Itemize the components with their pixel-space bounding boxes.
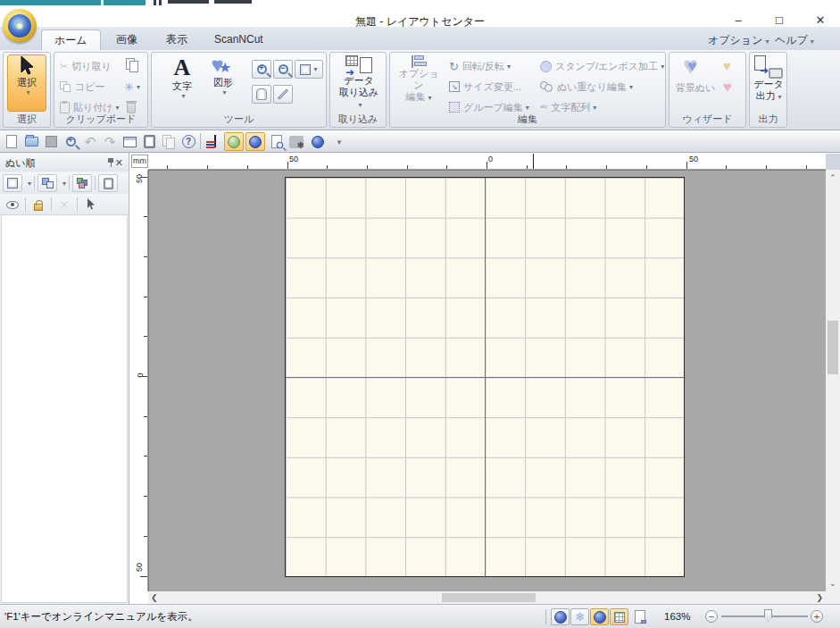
tan-heart-button[interactable]: ♥: [723, 56, 731, 74]
panel-close-button[interactable]: ✕: [115, 154, 123, 172]
color-squares-icon: [77, 178, 88, 188]
text-tool-button[interactable]: A 文字 ▾: [162, 54, 202, 112]
machine-gear-icon: [289, 136, 304, 148]
change-order-caret[interactable]: ▾: [62, 180, 66, 188]
application-menu-button[interactable]: [3, 9, 37, 43]
arrange-arrows-icon: ✳: [124, 80, 134, 94]
overlap-edit-button[interactable]: ぬい重なり編集▾: [540, 78, 633, 96]
horizontal-scroll-thumb[interactable]: [442, 593, 536, 602]
lock-button[interactable]: [29, 196, 48, 214]
overflow-caret-icon: ▾: [337, 138, 342, 147]
zoom-out-button[interactable]: −: [273, 60, 293, 79]
zoom-out-stepper[interactable]: −: [705, 610, 718, 623]
fit-selection-caret[interactable]: ▾: [28, 180, 31, 188]
open-button[interactable]: [21, 132, 41, 151]
change-order-button[interactable]: [37, 174, 57, 192]
fit-selection-button[interactable]: [3, 174, 22, 192]
pan-tool-button[interactable]: [252, 85, 271, 104]
cut-button[interactable]: ✂切り取り: [60, 57, 112, 75]
zoom-in-icon: +: [257, 64, 267, 74]
vertical-scrollbar[interactable]: ⌃ ⌄: [826, 170, 840, 591]
arrange-button[interactable]: ✳▾: [124, 78, 140, 96]
frame-mode-button[interactable]: [98, 174, 118, 192]
toolbar-overflow-button[interactable]: ▾: [329, 132, 349, 151]
ruler-pen-icon: [278, 88, 288, 99]
help-button[interactable]: ?: [179, 132, 198, 151]
dropdown-caret-icon: ▾: [181, 92, 185, 100]
shapes-tool-button[interactable]: ♥★ 図形 ▾: [204, 54, 243, 112]
scroll-left-icon[interactable]: ❮: [151, 591, 158, 604]
h-ruler-label: 50: [689, 155, 698, 163]
rotate-flip-button[interactable]: ↻回転/反転▾: [449, 57, 511, 75]
vertical-scroll-thumb[interactable]: [828, 321, 838, 374]
status-stitch-view-button[interactable]: ❄: [570, 608, 589, 625]
zoom-in-stepper[interactable]: +: [811, 610, 823, 623]
status-solid-view-button[interactable]: [551, 608, 570, 625]
color-sort-button[interactable]: [72, 174, 92, 192]
zoom-level: 163%: [664, 611, 690, 622]
undo-button[interactable]: ↶: [80, 132, 100, 151]
tab-image[interactable]: 画像: [104, 29, 150, 50]
property-window-button[interactable]: [120, 132, 139, 151]
design-settings-button[interactable]: [287, 132, 306, 151]
delete-item-button[interactable]: ✕: [54, 196, 74, 214]
ruler-unit-box[interactable]: mm: [131, 155, 148, 168]
select-item-button[interactable]: [80, 196, 100, 214]
background-window-fragment: [168, 0, 209, 4]
grid-icon: [614, 612, 625, 623]
background-sew-button[interactable]: ♥♥ 背景ぬい: [674, 54, 717, 112]
stamp-emboss-button[interactable]: スタンプ/エンボス加工▾: [540, 57, 664, 75]
design-canvas[interactable]: [148, 170, 826, 591]
status-grid-toggle-button[interactable]: [610, 608, 628, 625]
duplicate-icon: [126, 58, 138, 72]
scroll-right-icon[interactable]: ❯: [816, 591, 823, 604]
scroll-up-icon[interactable]: ⌃: [829, 172, 836, 184]
zoom-fit-button[interactable]: ▾: [295, 60, 323, 79]
resize-button[interactable]: ↘サイズ変更...: [449, 78, 521, 96]
redo-button[interactable]: ↷: [100, 132, 120, 151]
paste-icon: [60, 102, 70, 113]
save-button[interactable]: [41, 132, 61, 151]
pink-heart-button[interactable]: ♥: [723, 78, 732, 96]
design-page[interactable]: [285, 177, 685, 577]
new-document-button[interactable]: [2, 132, 21, 151]
sphere-view-button[interactable]: [308, 132, 328, 151]
stitch-view-button[interactable]: [203, 132, 222, 151]
horizontal-scrollbar[interactable]: ❮ ❯: [148, 591, 826, 604]
realistic-view-button[interactable]: [224, 132, 244, 151]
ribbon-group-tools: A 文字 ▾ ♥★ 図形 ▾ + − ▾: [151, 52, 327, 128]
status-realistic-view-button[interactable]: [590, 608, 609, 625]
measure-tool-button[interactable]: [273, 85, 293, 104]
group-label-edit: 編集: [390, 113, 665, 126]
zoom-button[interactable]: +: [61, 132, 80, 151]
hoop-view-button[interactable]: [139, 132, 159, 151]
duplicate-button[interactable]: [126, 56, 138, 74]
panel-title: ぬい順: [5, 157, 36, 168]
import-data-button[interactable]: ➜ データ 取り込み▾: [337, 54, 380, 112]
zoom-slider-thumb[interactable]: [764, 609, 772, 622]
blue-sphere-icon: [312, 136, 324, 148]
scroll-down-icon[interactable]: ⌄: [829, 577, 836, 590]
tab-scanncut[interactable]: ScanNCut: [202, 29, 276, 50]
blue-sphere-icon: [554, 611, 567, 624]
preview-button[interactable]: [267, 132, 287, 151]
status-page-props-button[interactable]: [630, 608, 649, 625]
solid-view-button[interactable]: [245, 132, 265, 151]
sewing-order-list[interactable]: [1, 214, 128, 603]
help-menu[interactable]: ヘルプ▾: [775, 31, 814, 49]
fit-frame-icon: [7, 178, 18, 188]
property-window-icon: [123, 137, 137, 147]
ribbon-group-select: 選択 ▾ 選択: [3, 52, 51, 128]
options-menu[interactable]: オプション▾: [708, 31, 769, 49]
transfer-button[interactable]: [159, 132, 179, 151]
option-edit-button[interactable]: オプション 編集▾: [395, 54, 442, 112]
ribbon-group-output: ➜ データ 出力▾ 出力: [749, 52, 787, 128]
tab-view[interactable]: 表示: [154, 29, 200, 50]
tab-home[interactable]: ホーム: [41, 29, 101, 50]
copy-button[interactable]: コピー: [60, 78, 105, 96]
visibility-button[interactable]: [3, 196, 22, 214]
output-data-button[interactable]: ➜ データ 出力▾: [752, 54, 786, 112]
magnifier-plus-icon: +: [66, 137, 76, 147]
select-tool-button[interactable]: 選択 ▾: [7, 54, 46, 112]
zoom-in-button[interactable]: +: [252, 60, 271, 79]
